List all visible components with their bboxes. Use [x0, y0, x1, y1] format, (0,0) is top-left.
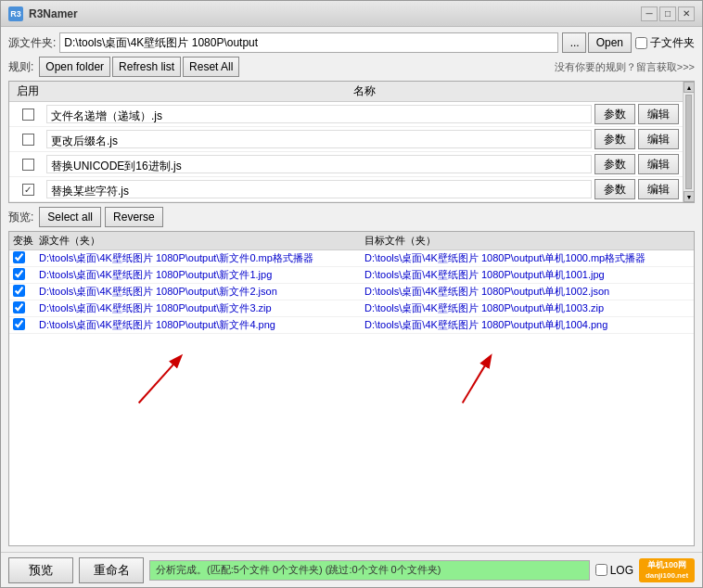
window-title: R3Namer: [29, 7, 639, 20]
rules-header-enable: 启用: [9, 83, 46, 99]
preview-item-4-checkbox[interactable]: [13, 318, 25, 330]
minimize-button[interactable]: ─: [641, 6, 658, 21]
footer: 预览 重命名 分析完成。(匹配:5个文件 0个文件夹) (跳过:0个文件 0个文…: [1, 552, 702, 587]
rule-1-name: 更改后缀名.js: [46, 130, 592, 148]
logo-badge: 单机100网danji100.net: [639, 558, 695, 582]
rules-label: 规则:: [8, 59, 33, 75]
rule-0-checkbox[interactable]: [22, 109, 34, 121]
rules-table: 启用 名称 文件名递增（递域）.js 参数 编辑 更改后缀名.js 参数 编辑: [8, 81, 695, 203]
preview-list-area: 变换 源文件（夹） 目标文件（夹） D:\tools\桌面\4K壁纸图片 108…: [8, 231, 695, 546]
rules-hint: 没有你要的规则？留言获取>>>: [555, 60, 695, 74]
preview-controls: 预览: Select all Reverse: [8, 207, 695, 227]
rule-0-edit-button[interactable]: 编辑: [638, 104, 679, 124]
logo-text: 单机100网danji100.net: [645, 560, 688, 581]
folder-path-input[interactable]: D:\tools\桌面\4K壁纸图片 1080P\output: [59, 32, 557, 53]
open-button[interactable]: Open: [588, 32, 632, 53]
rule-1-param-button[interactable]: 参数: [594, 129, 635, 149]
preview-item-2-checkbox[interactable]: [13, 285, 25, 297]
preview-item-0-dst: D:\tools\桌面\4K壁纸图片 1080P\output\单机1000.m…: [364, 251, 690, 265]
folder-row: 源文件夹: D:\tools\桌面\4K壁纸图片 1080P\output ..…: [8, 32, 695, 53]
preview-item-1-dst: D:\tools\桌面\4K壁纸图片 1080P\output\单机1001.j…: [364, 268, 690, 282]
rule-row-1: 更改后缀名.js 参数 编辑: [9, 127, 683, 152]
preview-item-0-src[interactable]: D:\tools\桌面\4K壁纸图片 1080P\output\新文件0.mp格…: [39, 251, 364, 265]
refresh-list-button[interactable]: Refresh list: [112, 57, 181, 77]
rules-inner: 启用 名称 文件名递增（递域）.js 参数 编辑 更改后缀名.js 参数 编辑: [9, 82, 683, 202]
rules-toolbar: 规则: Open folder Refresh list Reset All 没…: [8, 57, 695, 77]
rule-row-2: 替换UNICODE到16进制.js 参数 编辑: [9, 152, 683, 177]
open-folder-button[interactable]: Open folder: [39, 57, 110, 77]
reset-all-button[interactable]: Reset All: [183, 57, 239, 77]
folder-label: 源文件夹:: [8, 35, 56, 51]
preview-item-3-dst: D:\tools\桌面\4K壁纸图片 1080P\output\单机1003.z…: [364, 301, 690, 315]
log-checkbox-label[interactable]: LOG: [595, 564, 633, 577]
title-bar: R3 R3Namer ─ □ ✕: [1, 1, 702, 27]
rules-scrollbar[interactable]: ▲ ▼: [683, 82, 694, 202]
log-checkbox[interactable]: [595, 564, 607, 576]
rule-2-edit-button[interactable]: 编辑: [638, 154, 679, 174]
rule-0-name: 文件名递增（递域）.js: [46, 105, 592, 123]
content-area: 源文件夹: D:\tools\桌面\4K壁纸图片 1080P\output ..…: [1, 27, 702, 552]
preview-item-1-src[interactable]: D:\tools\桌面\4K壁纸图片 1080P\output\新文件1.jpg: [39, 268, 364, 282]
rename-button[interactable]: 重命名: [79, 557, 144, 583]
preview-button[interactable]: 预览: [8, 557, 73, 583]
rules-table-header: 启用 名称: [9, 82, 683, 102]
preview-item-3-src[interactable]: D:\tools\桌面\4K壁纸图片 1080P\output\新文件3.zip: [39, 301, 364, 315]
rule-row-3: 替换某些字符.js 参数 编辑: [9, 177, 683, 202]
preview-header-src: 源文件（夹）: [39, 234, 364, 248]
rule-2-checkbox[interactable]: [22, 159, 34, 171]
preview-item-4-dst: D:\tools\桌面\4K壁纸图片 1080P\output\单机1004.p…: [364, 318, 690, 332]
main-window: R3 R3Namer ─ □ ✕ 源文件夹: D:\tools\桌面\4K壁纸图…: [0, 0, 703, 588]
preview-header-dst: 目标文件（夹）: [364, 234, 690, 248]
preview-list-body: D:\tools\桌面\4K壁纸图片 1080P\output\新文件0.mp格…: [9, 250, 694, 543]
rule-1-checkbox[interactable]: [22, 134, 34, 146]
preview-item-2-src[interactable]: D:\tools\桌面\4K壁纸图片 1080P\output\新文件2.jso…: [39, 285, 364, 299]
preview-item-2: D:\tools\桌面\4K壁纸图片 1080P\output\新文件2.jso…: [9, 284, 694, 300]
app-icon: R3: [8, 6, 23, 21]
preview-item-2-dst: D:\tools\桌面\4K壁纸图片 1080P\output\单机1002.j…: [364, 285, 690, 299]
rule-row-0: 文件名递增（递域）.js 参数 编辑: [9, 102, 683, 127]
scrollbar-thumb[interactable]: [685, 95, 692, 189]
close-button[interactable]: ✕: [678, 6, 695, 21]
maximize-button[interactable]: □: [659, 6, 676, 21]
scrollbar-down-button[interactable]: ▼: [684, 191, 695, 202]
rule-3-param-button[interactable]: 参数: [594, 179, 635, 199]
preview-item-1-checkbox[interactable]: [13, 268, 25, 280]
preview-item-4: D:\tools\桌面\4K壁纸图片 1080P\output\新文件4.png…: [9, 317, 694, 334]
preview-item-3: D:\tools\桌面\4K壁纸图片 1080P\output\新文件3.zip…: [9, 300, 694, 317]
rules-header-name: 名称: [46, 83, 683, 99]
select-all-button[interactable]: Select all: [39, 207, 101, 227]
preview-list-header: 变换 源文件（夹） 目标文件（夹）: [9, 232, 694, 250]
subfolder-checkbox[interactable]: [635, 37, 647, 49]
preview-label: 预览:: [8, 210, 33, 225]
subfolder-label-text: 子文件夹: [650, 35, 695, 51]
status-text: 分析完成。(匹配:5个文件 0个文件夹) (跳过:0个文件 0个文件夹): [156, 563, 441, 577]
preview-item-1: D:\tools\桌面\4K壁纸图片 1080P\output\新文件1.jpg…: [9, 267, 694, 284]
rule-2-name: 替换UNICODE到16进制.js: [46, 155, 592, 173]
rule-3-checkbox[interactable]: [22, 184, 34, 196]
preview-item-3-checkbox[interactable]: [13, 301, 25, 313]
subfolder-checkbox-label[interactable]: 子文件夹: [635, 35, 695, 51]
rule-3-name: 替换某些字符.js: [46, 180, 592, 198]
rule-2-param-button[interactable]: 参数: [594, 154, 635, 174]
preview-item-4-src[interactable]: D:\tools\桌面\4K壁纸图片 1080P\output\新文件4.png: [39, 318, 364, 332]
rule-3-edit-button[interactable]: 编辑: [638, 179, 679, 199]
rule-1-edit-button[interactable]: 编辑: [638, 129, 679, 149]
preview-header-check: 变换: [13, 234, 39, 248]
preview-item-0: D:\tools\桌面\4K壁纸图片 1080P\output\新文件0.mp格…: [9, 250, 694, 267]
rule-0-param-button[interactable]: 参数: [594, 104, 635, 124]
browse-button[interactable]: ...: [562, 32, 586, 53]
log-label: LOG: [610, 564, 633, 577]
status-bar: 分析完成。(匹配:5个文件 0个文件夹) (跳过:0个文件 0个文件夹): [149, 560, 590, 581]
scrollbar-up-button[interactable]: ▲: [684, 82, 695, 93]
reverse-button[interactable]: Reverse: [105, 207, 163, 227]
preview-item-0-checkbox[interactable]: [13, 251, 25, 263]
